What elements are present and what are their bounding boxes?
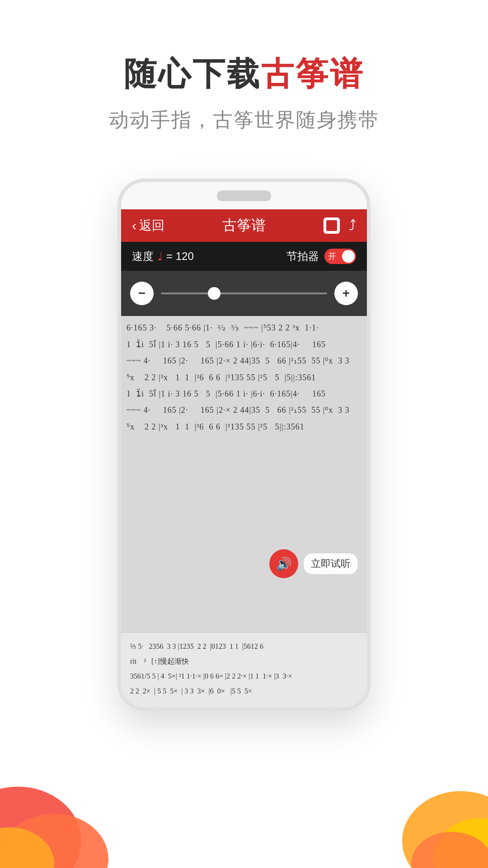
svg-point-2 (0, 827, 54, 868)
metronome-toggle[interactable]: 开 (324, 249, 356, 264)
metronome-bar: 速度 ♩ = 120 节拍器 开 (121, 242, 367, 271)
bottom-line-4: 2 2 2× | 5 5 5× | 3 3 3× |6 0× |5 5 5× (130, 685, 358, 698)
play-icon: 🔊 (276, 557, 292, 571)
blob-left (0, 741, 127, 868)
speed-increase-button[interactable]: + (334, 282, 358, 305)
music-line-6: ~~~ 4· 165 |2· 165 |2·× 2 44|35 5 66 |²₁… (127, 403, 361, 417)
app-navbar: ‹ 返回 古筝谱 ⤴ (121, 209, 367, 242)
back-arrow-icon: ‹ (132, 218, 136, 233)
music-line-3: ~~~ 4· 165 |2· 165 |2·× 2 44|35 5 66 |²₁… (127, 354, 361, 368)
logo-inner (326, 220, 337, 231)
speed-label: 速度 (132, 249, 154, 264)
music-line-7: ⁵x 2 2 |³x 1 1 |²6 6 6 |³135 55 |²5 5||:… (127, 420, 361, 434)
svg-point-0 (0, 787, 81, 868)
bottom-line-2: rit ² [↑]慢起渐快 (130, 655, 358, 668)
phone-speaker (217, 190, 271, 201)
background-decoration (0, 732, 488, 868)
music-line-5: 1 1̈i 5i̊ |1 i· 3 16 5 5 |5·66 1 i· |6·i… (127, 387, 361, 401)
speed-slider[interactable] (161, 292, 327, 294)
music-sheet: 6·165 3· 5·66 5·66 |1· ²⁄₂ ³⁄₃ ~~~ |⁵53 … (121, 316, 367, 632)
slider-area: − + (121, 271, 367, 316)
blob-right (371, 750, 488, 868)
main-title-part1: 随心下载 (124, 56, 261, 92)
music-note-icon: ♩ (157, 250, 163, 264)
svg-point-1 (0, 814, 108, 868)
toggle-on-label: 开 (328, 251, 336, 262)
play-button[interactable]: 🔊 (269, 549, 298, 578)
bottom-sheet: ²⁄₅ 5· 2356 3 3 |1235 2 2 |0123 1 1 |561… (121, 632, 367, 707)
svg-point-5 (411, 832, 488, 868)
svg-point-3 (402, 791, 488, 868)
share-icon[interactable]: ⤴ (349, 217, 356, 234)
slider-thumb (208, 287, 221, 300)
nav-title: 古筝谱 (222, 216, 266, 236)
speed-decrease-button[interactable]: − (130, 282, 154, 305)
bottom-line-1: ²⁄₅ 5· 2356 3 3 |1235 2 2 |0123 1 1 |561… (130, 640, 358, 653)
speed-value: = 120 (166, 250, 194, 263)
music-line-1: 6·165 3· 5·66 5·66 |1· ²⁄₂ ³⁄₃ ~~~ |⁵53 … (127, 321, 361, 335)
speed-section: 速度 ♩ = 120 (132, 249, 194, 264)
metronome-label: 节拍器 (286, 249, 319, 264)
back-button[interactable]: ‹ 返回 (132, 217, 164, 234)
minus-icon: − (138, 286, 145, 301)
logo-icon[interactable] (324, 217, 340, 234)
phone-container: ‹ 返回 古筝谱 ⤴ 速度 ♩ = 120 (0, 179, 488, 710)
phone-mockup: ‹ 返回 古筝谱 ⤴ 速度 ♩ = 120 (117, 179, 371, 710)
play-button-area: 🔊 立即试听 (269, 549, 358, 578)
main-title-part2: 古筝谱 (261, 56, 364, 92)
plus-icon: + (343, 286, 350, 301)
svg-point-4 (434, 818, 488, 868)
music-line-2: 1 1̈i 5i̊ |1 i· 3 16 5 5 |5·66 1 i· |6·i… (127, 337, 361, 352)
main-title: 随心下载古筝谱 (0, 54, 488, 93)
back-label: 返回 (139, 217, 164, 234)
metronome-section: 节拍器 开 (286, 249, 356, 264)
phone-top-bar (121, 182, 367, 209)
toggle-knob (342, 250, 355, 263)
header-section: 随心下载古筝谱 动动手指，古筝世界随身携带 (0, 0, 488, 160)
sub-title: 动动手指，古筝世界随身携带 (0, 107, 488, 133)
nav-icons: ⤴ (324, 217, 356, 234)
music-line-4: ⁵x 2 2 |³x 1 1 |²6 6 6 |³135 55 |²5 5 |5… (127, 370, 361, 385)
bottom-line-3: 3561/5 5 | 4 5×| ²1 1·1·× |0 6 6= |2 2 2… (130, 670, 358, 683)
app-screen: ‹ 返回 古筝谱 ⤴ 速度 ♩ = 120 (121, 209, 367, 707)
play-label[interactable]: 立即试听 (304, 553, 358, 574)
